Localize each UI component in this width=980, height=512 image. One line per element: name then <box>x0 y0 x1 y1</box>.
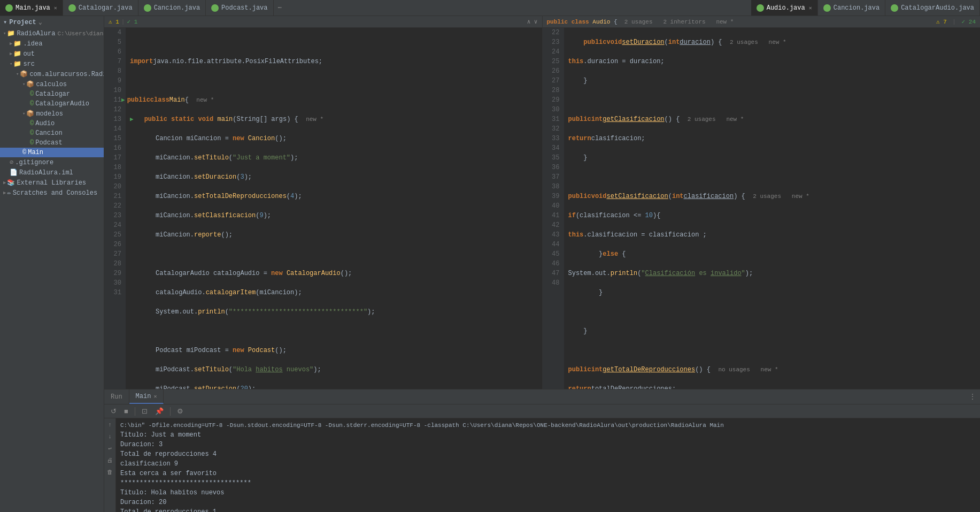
iml-icon: 📄 <box>10 169 18 177</box>
tree-label-idea: .idea <box>23 40 42 48</box>
code-line <box>568 172 976 182</box>
tab-catalogar-java[interactable]: Catalogar.java <box>63 0 138 16</box>
console-output[interactable]: C:\bin" -Dfile.encoding=UTF-8 -Dsun.stdo… <box>116 418 980 512</box>
run-arrow-icon: ▶ <box>121 95 125 105</box>
tree-item-calculos[interactable]: ▾ 📦 calculos <box>0 79 104 89</box>
tab-main-console[interactable]: Main ✕ <box>129 389 164 404</box>
tree-item-radioaluraiml[interactable]: 📄 RadioAlura.iml <box>0 167 104 178</box>
tree-label-catalogaraudio: CatalogarAudio <box>35 100 89 108</box>
code-line: this.clasificacion = clasificacion ; <box>568 230 976 240</box>
expand-icon: ▾ <box>10 61 12 67</box>
java-file-icon: © <box>30 90 34 98</box>
right-code-container[interactable]: 2223242526 2728293031 3233343536 3738394… <box>543 28 981 389</box>
code-line: } <box>568 326 976 336</box>
divider: | <box>121 19 125 25</box>
code-line <box>568 95 976 105</box>
java-icon <box>211 4 219 12</box>
clear-icon[interactable]: 🗑 <box>106 468 114 476</box>
code-line <box>130 249 538 259</box>
bottom-panel-menu[interactable]: ⋮ <box>965 393 980 401</box>
java-icon <box>757 4 764 12</box>
tree-label-scratches: Scratches and Consoles <box>13 189 97 197</box>
tree-label-calculos: calculos <box>36 81 67 88</box>
tab-run[interactable]: Run <box>104 389 129 404</box>
tree-item-podcast[interactable]: © Podcast <box>0 138 104 148</box>
chevron-down-icon: ▾ <box>3 18 7 26</box>
code-line: miCancion.setClasificacion(9); <box>130 211 538 220</box>
src-icon: 📁 <box>13 60 21 68</box>
tree-item-modelos[interactable]: ▾ 📦 modelos <box>0 109 104 119</box>
tree-item-cancion[interactable]: © Cancion <box>0 128 104 138</box>
left-tabs-menu[interactable]: ⋯ <box>274 0 286 16</box>
right-code-lines[interactable]: public void setDuracion(int duracion) { … <box>564 28 981 389</box>
code-line: } <box>568 153 976 163</box>
tree-item-audio[interactable]: © Audio <box>0 119 104 128</box>
tree-item-radioalura[interactable]: ▾ 📁 RadioAlura C:\Users\diana\R <box>0 28 104 39</box>
tab-audio-java-close[interactable]: ✕ <box>809 5 812 11</box>
code-line: miCancion.setTotalDeReproducciones(4); <box>130 192 538 201</box>
tree-item-scratches[interactable]: ▶ ✏️ Scratches and Consoles <box>0 188 104 198</box>
code-line: ▶ public static void main(String[] args)… <box>130 114 538 124</box>
tree-item-extlibs[interactable]: ▶ 📚 External Libraries <box>0 178 104 188</box>
tab-catalogar-java-label: Catalogar.java <box>79 4 133 12</box>
scroll-controls[interactable]: ∧ ∨ <box>527 18 538 25</box>
main-console-close[interactable]: ✕ <box>153 393 157 400</box>
scroll-up-icon[interactable]: ↑ <box>106 421 114 429</box>
run-tab-label: Run <box>111 393 122 401</box>
code-line: return totalDeReproducciones; <box>568 384 976 389</box>
tab-podcast-java[interactable]: Podcast.java <box>206 0 273 16</box>
java-file-icon: © <box>22 149 26 156</box>
libs-icon: 📚 <box>7 179 15 187</box>
tab-cancion2-java[interactable]: Cancion.java <box>818 0 885 16</box>
output-line: Titulo: Just a moment <box>120 430 976 440</box>
rerun-button[interactable]: ↺ <box>109 406 119 416</box>
tree-item-main[interactable]: © Main <box>0 148 104 157</box>
soft-wrap-icon[interactable]: ↩ <box>106 444 114 453</box>
tree-label-radioalura: RadioAlura <box>17 30 55 37</box>
tree-item-catalogaraudio[interactable]: © CatalogarAudio <box>0 99 104 109</box>
code-line <box>130 76 538 86</box>
java-file-icon: © <box>30 139 34 147</box>
stop-button[interactable]: ■ <box>122 406 130 416</box>
folder-icon: 📁 <box>13 40 21 48</box>
tree-item-out[interactable]: ▶ 📁 out <box>0 49 104 59</box>
left-editor-header: ⚠ 1 | ✓ 1 ∧ ∨ <box>104 16 542 28</box>
output-line: Esta cerca a ser favorito <box>120 469 976 478</box>
tab-main-java-label: Main.java <box>16 4 50 12</box>
left-code-container[interactable]: 45678 910111213 1415161718 1920212223 24… <box>104 28 542 389</box>
tree-label-podcast: Podcast <box>35 139 62 147</box>
code-line: public int getClasificacion() { 2 usages… <box>568 114 976 124</box>
project-header[interactable]: ▾ Project ⌄ <box>0 16 104 28</box>
output-line: clasificacion 9 <box>120 459 976 469</box>
tab-audio-java[interactable]: Audio.java ✕ <box>751 0 818 16</box>
code-line: if(clasificacion <= 10){ <box>568 211 976 220</box>
left-code-lines[interactable]: import java.nio.file.attribute.PosixFile… <box>126 28 542 389</box>
main-layout: ▾ Project ⌄ ▾ 📁 RadioAlura C:\Users\dian… <box>0 16 980 512</box>
tree-label-gitignore: .gitignore <box>15 159 53 166</box>
run-arrow-icon: ▶ <box>130 114 134 124</box>
tree-item-catalogar[interactable]: © Catalogar <box>0 89 104 99</box>
tree-label-radioaluraiml: RadioAlura.iml <box>19 169 73 177</box>
tree-item-src[interactable]: ▾ 📁 src <box>0 59 104 69</box>
tree-item-com[interactable]: ▾ 📦 com.aluracursos.Radic... <box>0 69 104 79</box>
tab-cancion-java[interactable]: Cancion.java <box>138 0 206 16</box>
tab-catalogaraudio-java[interactable]: CatalogarAudio.java <box>885 0 980 16</box>
code-line: miPodcast.setDuracion(20); <box>130 384 538 389</box>
java-file-icon: © <box>30 120 34 127</box>
code-line: System.out.println("Clasificación es inv… <box>568 269 976 278</box>
tree-label-src: src <box>23 60 35 68</box>
tree-label-cancion: Cancion <box>35 129 62 137</box>
tree-item-idea[interactable]: ▶ 📁 .idea <box>0 39 104 49</box>
scroll-down-icon[interactable]: ↓ <box>106 432 114 441</box>
settings-button[interactable]: ⚙ <box>175 406 186 416</box>
expand-icon: ▾ <box>16 71 19 77</box>
code-line: } <box>568 288 976 297</box>
code-line: return clasificacion; <box>568 134 976 143</box>
tab-main-java-close[interactable]: ✕ <box>54 5 57 11</box>
pin-button[interactable]: 📌 <box>153 406 166 416</box>
project-dropdown-icon[interactable]: ⌄ <box>38 18 42 26</box>
warning-icon: ⚠ 1 <box>109 18 119 25</box>
restore-layout-button[interactable]: ⊡ <box>140 406 150 416</box>
tree-item-gitignore[interactable]: ⊘ .gitignore <box>0 157 104 167</box>
print-icon[interactable]: 🖨 <box>106 456 114 464</box>
